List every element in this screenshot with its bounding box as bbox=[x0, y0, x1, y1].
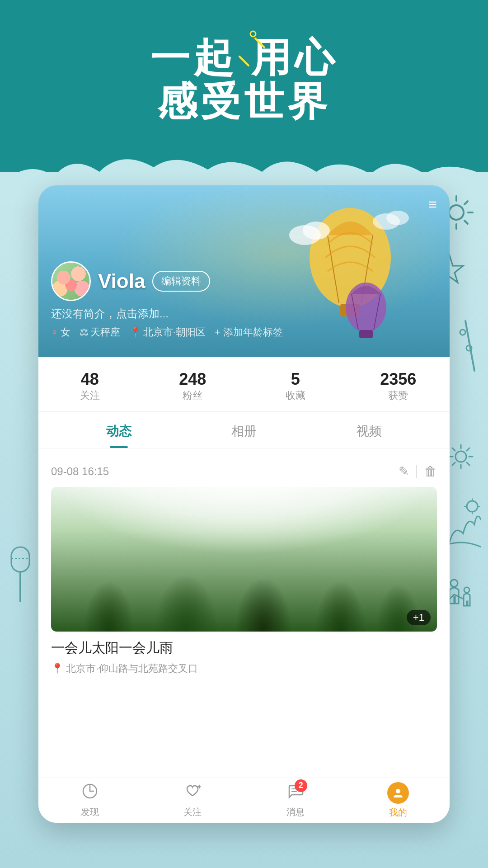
post-actions: ✎ 🗑 bbox=[399, 464, 437, 479]
profile-info: Viola 编辑资料 还没有简介，点击添加... ♀ 女 ⚖ 天秤座 📍 北京市… bbox=[51, 261, 359, 339]
profile-header: ≡ Viola 编辑资料 还没有简介，点击添加... ♀ 女 ⚖ 天秤座 bbox=[38, 185, 450, 357]
location-tag: 📍 北京市·朝阳区 bbox=[129, 326, 206, 339]
stat-favorites[interactable]: 5 收藏 bbox=[244, 370, 347, 402]
followers-count: 248 bbox=[141, 370, 244, 389]
post-image: +1 bbox=[51, 487, 437, 632]
edit-profile-button[interactable]: 编辑资料 bbox=[152, 271, 210, 292]
deco-sun2-icon bbox=[447, 443, 474, 472]
discover-icon bbox=[82, 783, 98, 803]
followers-label: 粉丝 bbox=[141, 389, 244, 402]
profile-name: Viola bbox=[98, 270, 145, 292]
svg-line-9 bbox=[465, 221, 468, 224]
post-header: 09-08 16:15 ✎ 🗑 bbox=[51, 464, 437, 479]
svg-rect-35 bbox=[11, 547, 29, 572]
content-tabs: 动态 相册 视频 bbox=[38, 412, 450, 448]
phone-mockup: ≡ Viola 编辑资料 还没有简介，点击添加... ♀ 女 ⚖ 天秤座 bbox=[38, 185, 450, 823]
bottom-nav: 发现 关注 2 消息 bbox=[38, 778, 450, 823]
favorites-label: 收藏 bbox=[244, 389, 347, 402]
nav-message[interactable]: 2 消息 bbox=[244, 778, 347, 823]
svg-point-56 bbox=[396, 789, 400, 793]
post-action-divider bbox=[416, 465, 417, 478]
svg-line-24 bbox=[452, 462, 455, 465]
stats-row: 48 关注 248 粉丝 5 收藏 2356 获赞 bbox=[38, 357, 450, 412]
mine-label: 我的 bbox=[389, 807, 407, 819]
message-badge: 2 bbox=[295, 779, 307, 792]
discover-label: 发现 bbox=[81, 806, 99, 818]
stat-likes[interactable]: 2356 获赞 bbox=[347, 370, 450, 402]
post-card: 09-08 16:15 ✎ 🗑 +1 一会儿太阳一会儿雨 📍 北京市·仰山路与北… bbox=[38, 453, 450, 684]
post-time: 09-08 16:15 bbox=[51, 465, 109, 478]
edit-post-icon[interactable]: ✎ bbox=[399, 464, 409, 479]
following-label: 关注 bbox=[38, 389, 141, 402]
mine-icon bbox=[387, 782, 409, 804]
tab-video[interactable]: 视频 bbox=[306, 412, 432, 448]
image-count-badge: +1 bbox=[407, 610, 431, 625]
profile-bio: 还没有简介，点击添加... bbox=[51, 307, 359, 321]
svg-point-14 bbox=[460, 330, 465, 335]
likes-count: 2356 bbox=[347, 370, 450, 389]
tagline-line2: 感受世界 bbox=[0, 80, 488, 124]
svg-line-21 bbox=[452, 448, 455, 451]
deco-popsicle-icon bbox=[5, 542, 36, 612]
post-caption: 一会儿太阳一会儿雨 bbox=[51, 639, 437, 657]
zodiac-tag: ⚖ 天秤座 bbox=[80, 326, 120, 339]
nav-follow[interactable]: 关注 bbox=[141, 778, 244, 823]
message-label: 消息 bbox=[286, 806, 305, 818]
svg-rect-46 bbox=[359, 330, 373, 338]
svg-point-50 bbox=[386, 211, 409, 225]
gender-tag: ♀ 女 bbox=[51, 326, 70, 339]
add-age-tag[interactable]: + 添加年龄标签 bbox=[215, 326, 283, 339]
feed-content: 09-08 16:15 ✎ 🗑 +1 一会儿太阳一会儿雨 📍 北京市·仰山路与北… bbox=[38, 453, 450, 684]
follow-icon bbox=[184, 783, 201, 803]
svg-point-32 bbox=[464, 587, 469, 593]
svg-point-16 bbox=[455, 451, 466, 462]
stat-following[interactable]: 48 关注 bbox=[38, 370, 141, 402]
nav-discover[interactable]: 发现 bbox=[38, 778, 141, 823]
svg-point-25 bbox=[467, 501, 478, 512]
favorites-count: 5 bbox=[244, 370, 347, 389]
likes-label: 获赞 bbox=[347, 389, 450, 402]
svg-line-23 bbox=[467, 448, 469, 451]
post-location-icon: 📍 bbox=[51, 663, 63, 675]
svg-line-22 bbox=[467, 462, 469, 465]
zodiac-icon: ⚖ bbox=[80, 326, 89, 338]
location-icon: 📍 bbox=[129, 326, 141, 338]
svg-line-2 bbox=[239, 57, 249, 66]
tab-moments[interactable]: 动态 bbox=[56, 412, 182, 448]
avatar-image bbox=[52, 263, 89, 300]
svg-point-3 bbox=[449, 205, 464, 220]
following-count: 48 bbox=[38, 370, 141, 389]
stat-followers[interactable]: 248 粉丝 bbox=[141, 370, 244, 402]
menu-button[interactable]: ≡ bbox=[428, 196, 437, 213]
svg-line-10 bbox=[465, 201, 468, 204]
follow-label: 关注 bbox=[183, 806, 202, 818]
post-location: 📍 北京市·仰山路与北苑路交叉口 bbox=[51, 662, 437, 675]
deco-lines bbox=[226, 23, 271, 70]
profile-name-row: Viola 编辑资料 bbox=[51, 261, 359, 301]
avatar bbox=[51, 261, 91, 301]
profile-tags: ♀ 女 ⚖ 天秤座 📍 北京市·朝阳区 + 添加年龄标签 bbox=[51, 326, 359, 339]
svg-point-48 bbox=[303, 222, 330, 240]
deco-rocket-icon bbox=[452, 316, 479, 377]
gender-icon: ♀ bbox=[51, 326, 59, 338]
svg-point-31 bbox=[450, 580, 458, 587]
message-icon: 2 bbox=[287, 783, 304, 803]
post-image-background bbox=[51, 487, 437, 632]
svg-line-1 bbox=[255, 38, 264, 47]
nav-mine[interactable]: 我的 bbox=[347, 778, 450, 823]
tab-album[interactable]: 相册 bbox=[182, 412, 307, 448]
svg-point-0 bbox=[250, 31, 256, 37]
delete-post-icon[interactable]: 🗑 bbox=[424, 464, 437, 479]
